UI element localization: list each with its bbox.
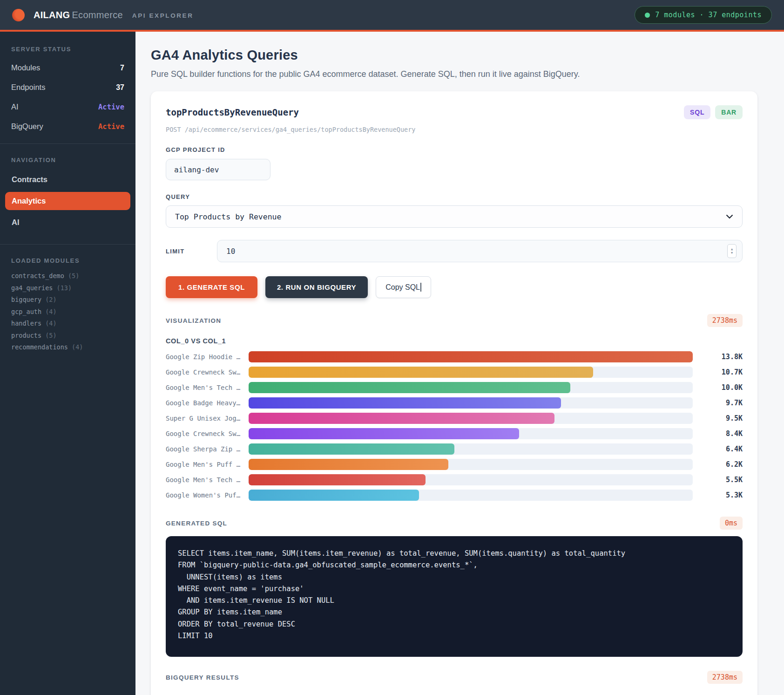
endpoint-card: topProductsByRevenueQuery SQLBAR POST /a… (151, 91, 757, 695)
number-stepper-icon[interactable]: ▲▼ (727, 244, 737, 258)
chart-row: Google Men's Puff …6.2K (166, 459, 743, 470)
limit-input[interactable]: 10 ▲▼ (217, 240, 743, 262)
badge-sql: SQL (684, 105, 710, 119)
bar-value-label: 5.3K (700, 491, 743, 499)
bar-category-label: Google Men's Puff … (166, 461, 242, 468)
module-name: products (11, 332, 41, 339)
brand-name: AILANG (34, 10, 70, 20)
sidebar: SERVER STATUS Modules7Endpoints37AIActiv… (0, 32, 135, 695)
limit-value: 10 (226, 247, 235, 256)
status-value: 37 (116, 83, 124, 92)
app-window: AILANGEcommerce API EXPLORER 7 modules ·… (0, 0, 784, 695)
generate-sql-button[interactable]: 1. GENERATE SQL (166, 276, 257, 298)
status-value: Active (98, 103, 124, 111)
generated-sql-heading: GENERATED SQL (166, 520, 227, 527)
bigquery-results-time-badge: 2738ms (707, 671, 743, 684)
bar-value-label: 13.8K (700, 353, 743, 361)
bar-value-label: 10.7K (700, 368, 743, 376)
bar (249, 351, 693, 362)
status-label: Endpoints (11, 83, 45, 92)
module-count: (5) (45, 332, 56, 339)
brand-suffix: Ecommerce (72, 10, 122, 20)
sidebar-divider (0, 143, 135, 144)
module-count: (5) (68, 272, 79, 279)
bar (249, 367, 593, 378)
loaded-modules-heading: LOADED MODULES (11, 257, 124, 264)
bar-track (249, 474, 693, 485)
bar-track (249, 367, 693, 378)
module-row: products (5) (11, 332, 124, 339)
navigation-heading: NAVIGATION (11, 157, 124, 164)
sidebar-item-ai[interactable]: AI (5, 213, 130, 232)
gcp-project-id-label: GCP PROJECT ID (166, 146, 743, 153)
bar-track (249, 459, 693, 470)
module-row: recommendations (4) (11, 343, 124, 351)
page-title: GA4 Analytics Queries (151, 48, 757, 63)
status-row: Modules7 (11, 63, 124, 72)
bigquery-results-heading: BIGQUERY RESULTS (166, 674, 239, 681)
module-count: (4) (45, 320, 56, 327)
chart-title: COL_0 VS COL_1 (166, 337, 743, 345)
module-name: bigquery (11, 296, 41, 303)
endpoint-method: POST (166, 126, 181, 133)
status-row: AIActive (11, 102, 124, 111)
sql-code-block: SELECT items.item_name, SUM(items.item_r… (166, 536, 743, 657)
bar-category-label: Google Sherpa Zip … (166, 445, 242, 453)
run-bigquery-button[interactable]: 2. RUN ON BIGQUERY (265, 276, 368, 298)
query-label: QUERY (166, 193, 743, 200)
bar-value-label: 9.7K (700, 399, 743, 407)
chart-row: Super G Unisex Jog…9.5K (166, 413, 743, 424)
status-value: 7 (120, 64, 124, 72)
status-label: Modules (11, 63, 40, 72)
server-status-heading: SERVER STATUS (11, 46, 124, 53)
bar-value-label: 10.0K (700, 383, 743, 392)
status-row: Endpoints37 (11, 83, 124, 92)
bar-track (249, 490, 693, 501)
endpoint-badges: SQLBAR (684, 105, 743, 119)
bar-value-label: 6.2K (700, 460, 743, 469)
bar-category-label: Super G Unisex Jog… (166, 415, 242, 422)
chart-row: Google Crewneck Sw…8.4K (166, 428, 743, 439)
chart-row: Google Women's Puf…5.3K (166, 490, 743, 501)
copy-sql-label: Copy SQL (385, 283, 420, 291)
bar-value-label: 5.5K (700, 476, 743, 484)
module-name: ga4_queries (11, 284, 53, 292)
bar-category-label: Google Women's Puf… (166, 491, 242, 499)
server-status-pill: 7 modules · 37 endpoints (635, 6, 772, 24)
module-count: (2) (45, 296, 56, 303)
module-name: handlers (11, 320, 41, 327)
status-label: AI (11, 102, 19, 111)
chevron-down-icon (726, 214, 733, 219)
app-logo-icon (12, 9, 25, 21)
bar-value-label: 8.4K (700, 429, 743, 438)
module-count: (13) (57, 284, 72, 292)
bar-value-label: 9.5K (700, 414, 743, 422)
sidebar-item-analytics[interactable]: Analytics (5, 192, 130, 210)
chart-row: Google Sherpa Zip …6.4K (166, 443, 743, 455)
app-explorer-label: API EXPLORER (132, 11, 194, 19)
endpoint-name: topProductsByRevenueQuery (166, 107, 684, 117)
bar (249, 413, 554, 424)
copy-sql-button[interactable]: Copy SQL (376, 276, 431, 298)
bar (249, 474, 426, 485)
endpoint-url: /api/ecommerce/services/ga4_queries/topP… (185, 126, 416, 133)
query-select[interactable]: Top Products by Revenue (166, 205, 743, 228)
app-header: AILANGEcommerce API EXPLORER 7 modules ·… (0, 0, 784, 32)
module-count: (4) (72, 343, 83, 351)
bar-category-label: Google Zip Hoodie … (166, 353, 242, 361)
status-dot-icon (645, 13, 650, 18)
bar-category-label: Google Crewneck Sw… (166, 430, 242, 437)
module-row: handlers (4) (11, 320, 124, 327)
sidebar-item-contracts[interactable]: Contracts (5, 170, 130, 189)
limit-label: LIMIT (166, 248, 217, 255)
bar-value-label: 6.4K (700, 445, 743, 453)
brand: AILANGEcommerce (34, 10, 123, 20)
module-name: contracts_demo (11, 272, 64, 279)
status-row: BigQueryActive (11, 122, 124, 131)
bar (249, 382, 570, 393)
bar-category-label: Google Badge Heavy… (166, 399, 242, 407)
bar-category-label: Google Crewneck Sw… (166, 368, 242, 376)
main-content: GA4 Analytics Queries Pure SQL builder f… (135, 32, 784, 695)
chart-row: Google Crewneck Sw…10.7K (166, 367, 743, 378)
gcp-project-id-input[interactable] (166, 159, 270, 180)
